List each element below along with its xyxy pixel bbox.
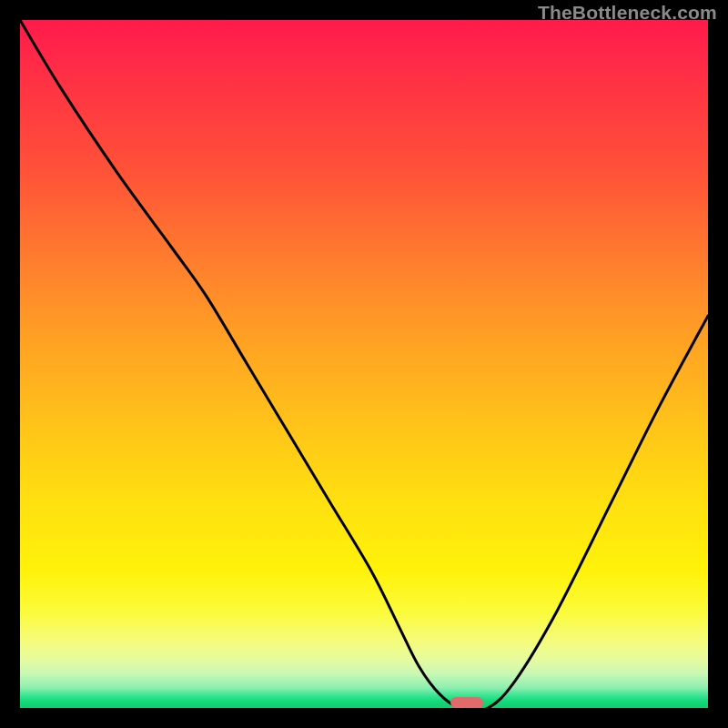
bottleneck-curve	[20, 20, 708, 708]
plot-area	[20, 20, 708, 708]
chart-frame: TheBottleneck.com	[0, 0, 728, 728]
optimal-marker	[450, 697, 483, 708]
